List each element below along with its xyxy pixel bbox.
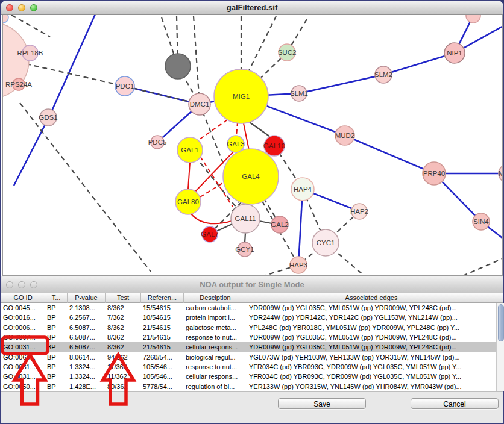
column-header-associated-edges[interactable]: Associated edges	[247, 293, 496, 303]
cell-p-value: 2.1308...	[68, 304, 106, 311]
cell-t-: BP	[45, 354, 68, 361]
network-edge[interactable]	[26, 64, 125, 86]
cell-desciption: response to nut...	[184, 334, 247, 341]
network-edge[interactable]	[247, 16, 276, 74]
node-hap2[interactable]: HAP2	[350, 204, 368, 219]
network-edge[interactable]	[245, 233, 245, 243]
table-row[interactable]: GO:0045...BP2.1308...8/36215/54615carbon…	[1, 303, 496, 313]
node-mud2[interactable]: MUD2	[335, 126, 355, 145]
network-edge[interactable]	[236, 122, 238, 136]
network-window-titlebar: galFiltered.sif	[1, 1, 503, 15]
vertical-scrollbar[interactable]	[496, 303, 504, 391]
column-header-t-[interactable]: T...	[45, 293, 68, 303]
node-cyc1[interactable]: CYC1	[312, 229, 339, 256]
network-edge[interactable]	[191, 213, 232, 223]
column-header-referen-[interactable]: Referen...	[141, 293, 184, 303]
node-gal80[interactable]: GAL80	[175, 189, 201, 214]
cell-t-: BP	[45, 314, 68, 321]
node-label: HAP3	[289, 261, 307, 269]
network-graph: RPL18BRPS24AGDS1PDC1PDC5MIG1DMC1SUC2SLM1…	[3, 15, 503, 276]
save-button[interactable]: Save	[278, 398, 366, 409]
node-label: GAL80	[177, 198, 199, 205]
node-label: PDC1	[116, 83, 134, 90]
network-edge[interactable]	[248, 121, 272, 138]
cell-referen-: 105/546...	[141, 363, 184, 370]
table-row[interactable]: GO:0031...BP1.3324...11/362105/546...res…	[1, 362, 496, 372]
window-title: galFiltered.sif	[1, 3, 503, 12]
node-suc2[interactable]: SUC2	[278, 44, 297, 61]
node-mig1[interactable]: MIG1	[214, 69, 268, 123]
network-edge[interactable]	[188, 163, 190, 189]
node-sin4[interactable]: SIN4	[473, 213, 490, 230]
node-gds1[interactable]: GDS1	[39, 109, 57, 126]
network-canvas[interactable]: RPL18BRPS24AGDS1PDC1PDC5MIG1DMC1SUC2SLM1…	[2, 14, 503, 276]
table-row[interactable]: GO:0065...BP8.0614...94/3627260/54...bio…	[1, 352, 496, 361]
network-edge[interactable]	[14, 117, 49, 186]
table-row[interactable]: GO:0031...BP1.3324...11/362105/546...cel…	[1, 372, 496, 381]
network-window: RPL18BRPS24AGDS1PDC1PDC5MIG1DMC1SUC2SLM1…	[0, 0, 504, 276]
column-header-p-value[interactable]: P-value	[68, 293, 106, 303]
cell-go-id: GO:0016...	[1, 314, 45, 321]
network-edge[interactable]	[200, 182, 224, 197]
network-edge[interactable]	[383, 53, 455, 75]
network-edge[interactable]	[460, 257, 503, 276]
cell-t-: BP	[45, 343, 68, 351]
column-header-desciption[interactable]: Desciption	[184, 293, 247, 303]
node-gcy1[interactable]: GCY1	[235, 242, 254, 257]
cancel-button[interactable]: Cancel	[411, 398, 499, 409]
node-gal1[interactable]: GAL1	[177, 137, 203, 163]
network-edge[interactable]	[194, 16, 200, 104]
column-header-test[interactable]: Test	[106, 293, 141, 303]
node-label: SUC2	[278, 49, 297, 56]
node-slm2[interactable]: SLM2	[374, 66, 392, 83]
node-pdc1[interactable]: PDC1	[115, 76, 134, 96]
node-gal7[interactable]: GAL7	[201, 226, 218, 242]
cell-associated-edges: YDR009W (pd) YGL035C, YML051W (pp) YDR00…	[247, 334, 496, 341]
cell-t-: BP	[45, 324, 68, 331]
node-unlabeled[interactable]	[165, 54, 191, 79]
node-prp40[interactable]: PRP40	[423, 162, 446, 185]
network-edge[interactable]	[197, 120, 227, 141]
node-gal4[interactable]: GAL4	[223, 149, 279, 204]
table-row[interactable]: GO:0031...BP6.5087...8/36221/54615cellul…	[1, 342, 496, 352]
cell-associated-edges: YFR034C (pd) YBR093C, YDR009W (pd) YGL03…	[247, 373, 496, 380]
scrollbar-thumb[interactable]	[498, 304, 504, 341]
network-edge[interactable]	[20, 103, 151, 272]
cell-associated-edges: YPL248C (pd) YBR018C, YML051W (pp) YDR00…	[247, 324, 496, 331]
column-header-stub	[496, 293, 504, 303]
node-slm1[interactable]: SLM1	[290, 86, 308, 101]
node-dmc1[interactable]: DMC1	[189, 93, 210, 115]
node-gal11[interactable]: GAL11	[231, 204, 260, 233]
node-pdc5[interactable]: PDC5	[148, 136, 167, 149]
cell-go-id: GO:0031...	[1, 343, 45, 351]
node-label: GAL2	[271, 221, 288, 228]
node-hap3[interactable]: HAP3	[289, 257, 307, 273]
column-header-go-id[interactable]: GO ID	[1, 293, 45, 303]
network-edge[interactable]	[299, 75, 383, 93]
cell-referen-: 105/546...	[141, 373, 184, 380]
table-row[interactable]: GO:0006...BP6.5087...8/36221/54615galact…	[1, 323, 496, 332]
table-row[interactable]: GO:0050...BP1.428E...80/3625778/54...reg…	[1, 381, 496, 391]
node-label: GAL10	[263, 142, 285, 149]
node-gal3[interactable]: GAL3	[227, 136, 244, 152]
node-label: SLM2	[374, 71, 392, 78]
cell-test: 8/362	[106, 343, 141, 351]
node-unlabeled[interactable]	[3, 15, 8, 23]
node-nip1[interactable]: NIP1	[444, 43, 465, 63]
node-hap4[interactable]: HAP4	[291, 178, 314, 201]
node-unlabeled[interactable]	[466, 15, 480, 23]
network-edge[interactable]	[49, 15, 97, 117]
node-msl1[interactable]: MSL1	[499, 164, 503, 182]
network-edge[interactable]	[345, 136, 434, 173]
table-row[interactable]: GO:0007...BP6.5087...8/36221/54615respon…	[1, 332, 496, 342]
cell-test: 94/362	[106, 354, 141, 361]
cell-t-: BP	[45, 373, 68, 380]
network-edge[interactable]	[216, 224, 232, 231]
network-edge[interactable]	[259, 221, 272, 223]
cell-p-value: 1.428E...	[68, 383, 106, 390]
cell-test: 8/362	[106, 334, 141, 341]
cell-go-id: GO:0050...	[1, 383, 45, 390]
table-row[interactable]: GO:0016...BP6.2567...7/36210/54615protei…	[1, 313, 496, 322]
node-gal2[interactable]: GAL2	[271, 216, 288, 233]
node-gal10[interactable]: GAL10	[263, 136, 285, 156]
